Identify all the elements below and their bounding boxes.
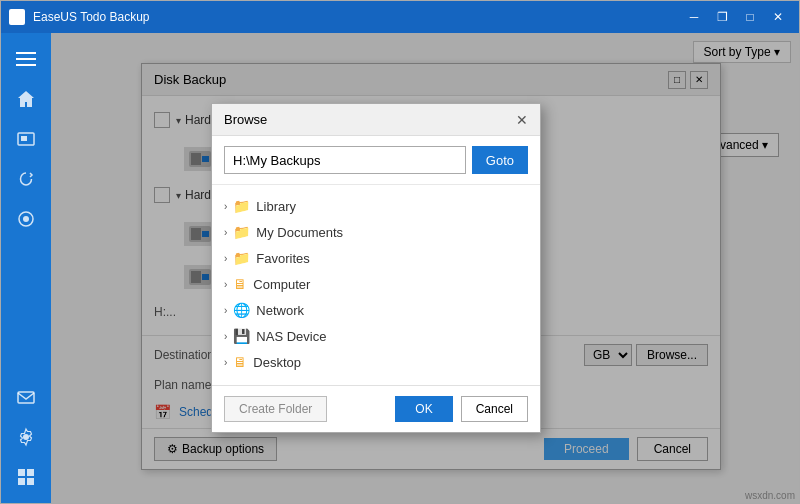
browse-path-bar: Goto (212, 136, 540, 185)
browse-dialog: Browse ✕ Goto › 📁 Library › (211, 103, 541, 433)
tree-item-label: Computer (253, 277, 310, 292)
chevron-icon: › (224, 279, 227, 290)
browse-goto-button[interactable]: Goto (472, 146, 528, 174)
browse-footer: Create Folder OK Cancel (212, 385, 540, 432)
chevron-icon: › (224, 227, 227, 238)
browse-dialog-title: Browse (224, 112, 267, 127)
minimize-button[interactable]: ─ (681, 7, 707, 27)
tree-item-computer[interactable]: › 🖥 Computer (212, 271, 540, 297)
sidebar-home[interactable] (8, 81, 44, 117)
app-title: EaseUS Todo Backup (33, 10, 681, 24)
sidebar-backup[interactable] (8, 121, 44, 157)
sidebar-clone[interactable] (8, 201, 44, 237)
tree-item-label: NAS Device (256, 329, 326, 344)
sidebar-hamburger[interactable] (8, 41, 44, 77)
svg-rect-9 (18, 469, 25, 476)
sidebar-mail[interactable] (8, 379, 44, 415)
tree-item-label: Desktop (253, 355, 301, 370)
svg-point-7 (23, 216, 29, 222)
sidebar-grid[interactable] (8, 459, 44, 495)
folder-icon: 📁 (233, 250, 250, 266)
svg-rect-3 (16, 64, 36, 66)
nas-icon: 💾 (233, 328, 250, 344)
browse-action-buttons: OK Cancel (395, 396, 528, 422)
computer-icon: 🖥 (233, 276, 247, 292)
tree-item-label: My Documents (256, 225, 343, 240)
tree-item-desktop[interactable]: › 🖥 Desktop (212, 349, 540, 375)
svg-rect-2 (16, 58, 36, 60)
svg-rect-8 (18, 392, 34, 403)
create-folder-button[interactable]: Create Folder (224, 396, 327, 422)
browse-cancel-button[interactable]: Cancel (461, 396, 528, 422)
svg-rect-11 (18, 478, 25, 485)
sidebar-settings[interactable] (8, 419, 44, 455)
sidebar-restore[interactable] (8, 161, 44, 197)
tree-item-label: Library (256, 199, 296, 214)
app-body: Sort by Type ▾ Advanced ▾ Disk Backup □ … (1, 33, 799, 503)
maximize-button[interactable]: □ (737, 7, 763, 27)
desktop-icon: 🖥 (233, 354, 247, 370)
main-content: Sort by Type ▾ Advanced ▾ Disk Backup □ … (51, 33, 799, 503)
app-window: EaseUS Todo Backup ─ ❐ □ ✕ (0, 0, 800, 504)
restore-button[interactable]: ❐ (709, 7, 735, 27)
svg-rect-0 (11, 11, 23, 23)
sidebar (1, 33, 51, 503)
tree-item-library[interactable]: › 📁 Library (212, 193, 540, 219)
folder-icon: 📁 (233, 224, 250, 240)
browse-ok-button[interactable]: OK (395, 396, 452, 422)
chevron-icon: › (224, 201, 227, 212)
tree-item-label: Favorites (256, 251, 309, 266)
svg-rect-1 (16, 52, 36, 54)
network-icon: 🌐 (233, 302, 250, 318)
tree-item-label: Network (256, 303, 304, 318)
tree-item-nas-device[interactable]: › 💾 NAS Device (212, 323, 540, 349)
browse-titlebar: Browse ✕ (212, 104, 540, 136)
browse-close-button[interactable]: ✕ (516, 112, 528, 128)
app-icon (9, 9, 25, 25)
svg-rect-5 (21, 136, 27, 141)
chevron-icon: › (224, 305, 227, 316)
svg-rect-12 (27, 478, 34, 485)
tree-item-my-documents[interactable]: › 📁 My Documents (212, 219, 540, 245)
svg-rect-10 (27, 469, 34, 476)
chevron-icon: › (224, 253, 227, 264)
tree-item-network[interactable]: › 🌐 Network (212, 297, 540, 323)
title-bar: EaseUS Todo Backup ─ ❐ □ ✕ (1, 1, 799, 33)
chevron-icon: › (224, 357, 227, 368)
tree-item-favorites[interactable]: › 📁 Favorites (212, 245, 540, 271)
chevron-icon: › (224, 331, 227, 342)
title-bar-controls: ─ ❐ □ ✕ (681, 7, 791, 27)
browse-tree: › 📁 Library › 📁 My Documents › 📁 Fa (212, 185, 540, 385)
folder-icon: 📁 (233, 198, 250, 214)
browse-path-input[interactable] (224, 146, 466, 174)
close-button[interactable]: ✕ (765, 7, 791, 27)
